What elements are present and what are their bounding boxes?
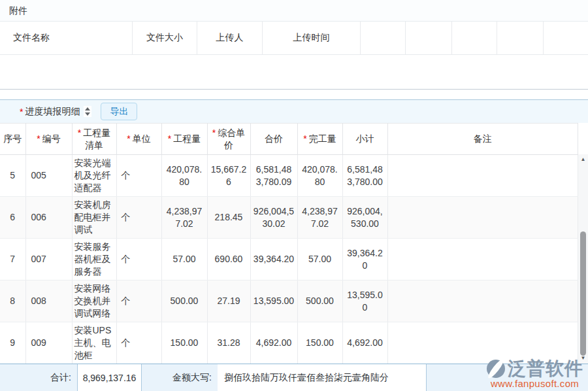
column-header-5: *综合单价 — [207, 124, 250, 155]
table-cell: 7 — [0, 239, 25, 280]
table-cell: 150.00 — [161, 322, 207, 364]
table-cell: 4,692.00 — [342, 322, 387, 364]
column-header-label: 编号 — [42, 133, 61, 144]
scroll-up-icon[interactable]: ▲ — [578, 154, 588, 165]
page: 附件 文件名称 文件大小 上传人 上传时间 * 进度填报明细 导出 — [0, 0, 588, 391]
panel-header: * 进度填报明细 导出 — [0, 100, 588, 123]
table-cell: 13,595.00 — [250, 280, 297, 322]
table-cell: 个 — [116, 155, 161, 197]
column-header-label: 工程量清单 — [83, 128, 110, 150]
required-asterisk: * — [168, 133, 171, 144]
attachments-col-file-name: 文件名称 — [0, 22, 133, 54]
detail-table: 序号*编号*工程量清单*单位*工程量*综合单价合价*完工量小计备注 5005安装… — [0, 123, 578, 364]
attachments-col-empty — [452, 22, 497, 54]
table-cell: 27.19 — [207, 280, 250, 322]
table-cell: 个 — [116, 280, 161, 322]
table-row[interactable]: 5005安装光端机及光纤适配器个420,078.8015,667.266,581… — [0, 155, 578, 197]
required-asterisk: * — [212, 128, 216, 138]
brand-url: www.fanpusoft.com — [486, 378, 583, 389]
table-cell: 6,581,483,780.09 — [250, 155, 297, 197]
spinner-down-icon[interactable] — [85, 112, 90, 116]
attachments-col-empty — [497, 22, 544, 54]
table-cell: 57.00 — [161, 239, 207, 280]
total-value: 8,969,137.16 — [77, 364, 142, 391]
required-asterisk: * — [20, 107, 23, 117]
table-cell: 15,667.26 — [207, 155, 250, 197]
table-cell: 420,078.80 — [297, 155, 342, 197]
table-cell: 4,238,977.02 — [161, 197, 207, 239]
panel-title: 进度填报明细 — [25, 106, 80, 118]
table-cell: 安装网络交换机并调试网络 — [72, 280, 116, 322]
table-cell: 218.45 — [207, 197, 250, 239]
detail-table-zone: 序号*编号*工程量清单*单位*工程量*综合单价合价*完工量小计备注 5005安装… — [0, 123, 588, 364]
table-cell: 安装机房配电柜并调试 — [72, 197, 116, 239]
table-cell: 926,004,530.00 — [342, 197, 387, 239]
table-cell: 4,238,977.02 — [297, 197, 342, 239]
sort-spinner-icon[interactable] — [84, 106, 91, 117]
vertical-scrollbar[interactable]: ▲ ▼ — [578, 154, 588, 364]
required-asterisk: * — [303, 133, 306, 144]
empty-area — [0, 55, 588, 89]
total-label: 合计: — [0, 364, 77, 391]
table-cell: 安装服务器机柜及服务器 — [72, 239, 116, 280]
table-row[interactable]: 6006安装机房配电柜并调试个4,238,977.02218.45926,004… — [0, 197, 578, 239]
table-cell: 个 — [116, 197, 161, 239]
table-cell: 5 — [0, 155, 25, 197]
table-cell: 安装UPS主机、电池柜 — [72, 322, 116, 364]
table-cell: 9 — [0, 322, 25, 364]
column-header-3: *单位 — [116, 124, 161, 155]
column-header-label: 合价 — [265, 133, 283, 144]
column-header-0: 序号 — [0, 124, 25, 155]
brand-logo-icon — [486, 359, 506, 379]
table-cell: 4,692.00 — [250, 322, 297, 364]
column-header-label: 小计 — [356, 133, 374, 144]
column-header-label: 备注 — [474, 133, 492, 144]
table-cell: 安装光端机及光纤适配器 — [72, 155, 116, 197]
column-header-label: 工程量 — [173, 133, 201, 144]
attachments-col-empty — [544, 22, 588, 54]
table-cell: 500.00 — [161, 280, 207, 322]
required-asterisk: * — [127, 133, 130, 144]
attachments-header-row: 文件名称 文件大小 上传人 上传时间 — [0, 22, 588, 55]
column-header-6: 合价 — [250, 124, 297, 155]
column-header-1: *编号 — [25, 124, 72, 155]
scrollbar-column: ▲ ▼ — [578, 123, 588, 364]
table-cell: 690.60 — [207, 239, 250, 280]
table-cell: 007 — [25, 239, 72, 280]
brand-watermark: 泛普软件 www.fanpusoft.com — [486, 359, 583, 389]
table-cell: 005 — [25, 155, 72, 197]
required-asterisk: * — [78, 128, 81, 138]
table-cell — [387, 239, 578, 280]
amount-in-words-label: 金额大写: — [142, 364, 218, 391]
table-row[interactable]: 7007安装服务器机柜及服务器个57.00690.6039,364.2057.0… — [0, 239, 578, 280]
table-row[interactable]: 8008安装网络交换机并调试网络个500.0027.1913,595.00500… — [0, 280, 578, 322]
table-cell: 926,004,530.02 — [250, 197, 297, 239]
progress-detail-panel: * 进度填报明细 导出 序号*编号*工程量清单*单位*工程量*综合单价合价*完工… — [0, 99, 588, 391]
column-header-9: 备注 — [387, 124, 578, 155]
table-cell: 8 — [0, 280, 25, 322]
table-cell — [387, 280, 578, 322]
table-cell: 6,581,483,780.00 — [342, 155, 387, 197]
table-cell: 31.28 — [207, 322, 250, 364]
spinner-up-icon[interactable] — [85, 107, 90, 110]
table-cell: 150.00 — [297, 322, 342, 364]
attachments-section-title: 附件 — [0, 0, 588, 22]
table-cell: 13,595.00 — [342, 280, 387, 322]
scrollbar-thumb[interactable] — [580, 231, 586, 356]
export-button[interactable]: 导出 — [101, 103, 137, 120]
table-cell: 500.00 — [297, 280, 342, 322]
table-cell: 6 — [0, 197, 25, 239]
table-cell — [387, 322, 578, 364]
table-row[interactable]: 9009安装UPS主机、电池柜个150.0031.284,692.00150.0… — [0, 322, 578, 364]
table-cell: 个 — [116, 322, 161, 364]
column-header-8: 小计 — [342, 124, 387, 155]
table-cell: 39,364.20 — [342, 239, 387, 280]
table-cell: 420,078.80 — [161, 155, 207, 197]
table-cell: 006 — [25, 197, 72, 239]
table-cell: 57.00 — [297, 239, 342, 280]
amount-in-words-value: 捌佰玖拾陆万玖仟壹佰叁拾柒元壹角陆分 — [218, 364, 427, 391]
attachments-col-upload-time: 上传时间 — [263, 22, 361, 54]
attachments-col-empty — [406, 22, 452, 54]
column-header-label: 综合单价 — [218, 128, 245, 150]
attachments-col-empty — [361, 22, 406, 54]
